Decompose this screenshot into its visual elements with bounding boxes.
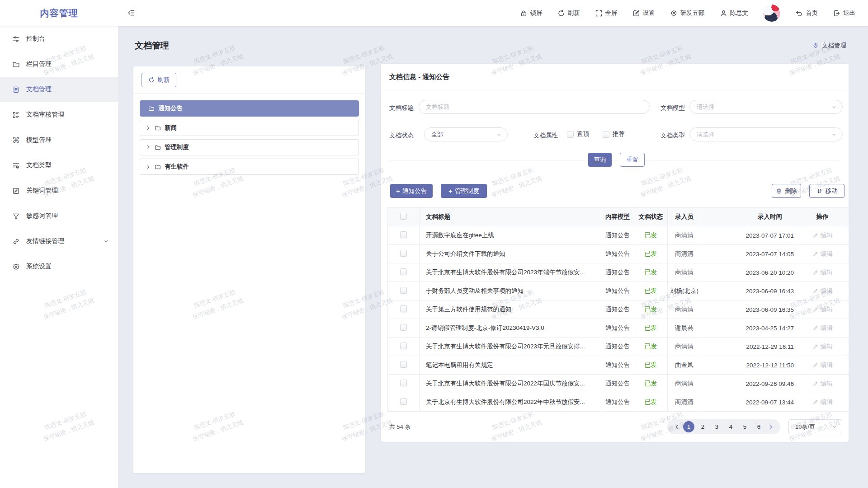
sidebar-item-friend-links[interactable]: 友情链接管理 bbox=[0, 229, 118, 254]
sidebar-item-console[interactable]: 控制台 bbox=[0, 26, 118, 52]
next-page-icon[interactable] bbox=[766, 424, 776, 430]
settings-button[interactable]: 设置 bbox=[632, 9, 655, 17]
row-checkbox[interactable] bbox=[400, 231, 407, 238]
tree-item-notice[interactable]: 通知公告 bbox=[140, 100, 359, 117]
edit-button[interactable]: 编辑 bbox=[812, 398, 833, 406]
doc-model-cell: 通知公告 bbox=[601, 300, 634, 319]
doc-model-label: 文档模型 bbox=[660, 104, 685, 112]
refresh-icon bbox=[557, 9, 565, 17]
edit-button[interactable]: 编辑 bbox=[812, 361, 833, 369]
refresh-button[interactable]: 刷新 bbox=[557, 9, 580, 17]
checkbox-icon[interactable] bbox=[567, 131, 574, 138]
folder-icon bbox=[12, 61, 20, 68]
current-user[interactable]: 陈思文 bbox=[720, 9, 749, 17]
page-button-5[interactable]: 5 bbox=[738, 421, 752, 432]
row-checkbox[interactable] bbox=[400, 324, 407, 331]
sidebar-item-doc-audit[interactable]: 文档审核管理 bbox=[0, 102, 118, 127]
chevron-right-icon[interactable] bbox=[146, 164, 151, 169]
page-button-1[interactable]: 1 bbox=[683, 421, 694, 432]
row-checkbox[interactable] bbox=[400, 380, 407, 386]
reset-button[interactable]: 重置 bbox=[620, 153, 645, 167]
doc-model-cell: 通知公告 bbox=[601, 319, 634, 338]
sidebar-item-models[interactable]: ⌘ 模型管理 bbox=[0, 127, 118, 153]
chevron-right-icon[interactable] bbox=[146, 125, 151, 131]
row-checkbox[interactable] bbox=[400, 305, 407, 312]
user-avatar[interactable] bbox=[763, 5, 780, 22]
status-badge: 已发 bbox=[634, 356, 668, 375]
add-notice-button[interactable]: + 通知公告 bbox=[390, 184, 433, 198]
doc-operator-cell: 刘杨(北京) bbox=[668, 282, 701, 300]
doc-model-select[interactable]: 请选择 bbox=[689, 100, 843, 114]
edit-button[interactable]: 编辑 bbox=[812, 305, 833, 314]
sidebar-item-keywords[interactable]: 关键词管理 bbox=[0, 178, 118, 203]
row-checkbox[interactable] bbox=[400, 343, 407, 349]
status-badge: 已发 bbox=[634, 226, 668, 245]
folder-icon bbox=[155, 164, 161, 170]
delete-button[interactable]: 删除 bbox=[772, 184, 801, 198]
edit-button[interactable]: 编辑 bbox=[812, 268, 833, 277]
row-checkbox[interactable] bbox=[400, 361, 407, 368]
doc-attr-label: 文档属性 bbox=[533, 131, 558, 140]
doc-time-cell: 2023-06-09 16:43 bbox=[701, 282, 796, 300]
sidebar-collapse-icon[interactable] bbox=[127, 9, 135, 17]
sidebar-item-documents[interactable]: 文档管理 bbox=[0, 77, 118, 102]
page-button-4[interactable]: 4 bbox=[724, 421, 738, 432]
doc-operator-cell: 商清清 bbox=[668, 245, 701, 263]
department-indicator[interactable]: 研发五部 bbox=[670, 9, 705, 17]
search-button[interactable]: 查询 bbox=[588, 153, 612, 167]
pager-pages: 123456 bbox=[682, 421, 766, 432]
row-checkbox[interactable] bbox=[400, 250, 407, 257]
doc-time-cell: 2022-12-29 16:11 bbox=[701, 338, 796, 356]
doc-title-cell: 关于北京有生博大软件股份有限公司2022年中秋节放假安... bbox=[420, 393, 601, 412]
checkbox-icon[interactable] bbox=[603, 131, 609, 138]
tree-item-rules[interactable]: 管理制度 bbox=[140, 139, 359, 155]
fullscreen-button[interactable]: 全屏 bbox=[595, 9, 618, 17]
attr-top-checkbox[interactable]: 置顶 bbox=[567, 130, 589, 138]
chevron-down-icon bbox=[831, 132, 837, 137]
breadcrumb-tag: 文档管理 bbox=[812, 42, 846, 50]
doc-model-cell: 通知公告 bbox=[601, 375, 634, 393]
page-size-select[interactable]: 10条/页 bbox=[788, 419, 842, 434]
chevron-down-icon bbox=[832, 424, 837, 430]
doc-status-select[interactable]: 全部 bbox=[424, 127, 508, 141]
edit-button[interactable]: 编辑 bbox=[812, 231, 833, 239]
sidebar-item-system-settings[interactable]: 系统设置 bbox=[0, 254, 118, 279]
chevron-right-icon[interactable] bbox=[146, 145, 151, 150]
select-all-checkbox[interactable] bbox=[400, 213, 407, 220]
prev-page-icon[interactable] bbox=[672, 424, 682, 430]
attr-recommend-checkbox[interactable]: 推荐 bbox=[603, 130, 625, 138]
status-badge: 已发 bbox=[634, 263, 668, 282]
sidebar-item-sensitive-words[interactable]: 敏感词管理 bbox=[0, 203, 118, 229]
tree-item-yousheng-software[interactable]: 有生软件 bbox=[140, 159, 359, 175]
edit-button[interactable]: 编辑 bbox=[812, 250, 833, 258]
doc-title-input[interactable] bbox=[419, 100, 650, 114]
move-button[interactable]: 移动 bbox=[809, 184, 844, 198]
doc-type-select[interactable]: 请选择 bbox=[689, 127, 843, 141]
doc-title-cell: 笔记本电脑租用有关规定 bbox=[420, 356, 601, 375]
table-row: 开源数字底座在gitee上线通知公告已发商清清2023-07-07 17:01编… bbox=[388, 226, 849, 245]
row-checkbox[interactable] bbox=[400, 287, 407, 294]
sidebar-item-doc-types[interactable]: 文档类型 bbox=[0, 153, 118, 178]
column-header-title: 文档标题 bbox=[420, 208, 601, 226]
lock-icon bbox=[520, 9, 528, 17]
page-button-6[interactable]: 6 bbox=[752, 421, 766, 432]
pager: 123456 bbox=[667, 419, 780, 434]
row-checkbox[interactable] bbox=[400, 398, 407, 405]
header-actions: 锁屏 刷新 全屏 设置 研发五部 陈思文 首页 退出 bbox=[520, 0, 856, 26]
edit-button[interactable]: 编辑 bbox=[812, 343, 833, 351]
add-rule-button[interactable]: + 管理制度 bbox=[441, 184, 487, 198]
home-button[interactable]: 首页 bbox=[795, 9, 818, 17]
sidebar-item-columns[interactable]: 栏目管理 bbox=[0, 52, 118, 77]
page-button-2[interactable]: 2 bbox=[696, 421, 710, 432]
doc-operator-cell: 商清清 bbox=[668, 263, 701, 282]
lock-screen-button[interactable]: 锁屏 bbox=[520, 9, 542, 17]
row-checkbox[interactable] bbox=[400, 268, 407, 275]
tree-item-news[interactable]: 新闻 bbox=[140, 120, 359, 136]
logout-button[interactable]: 退出 bbox=[833, 9, 855, 17]
edit-button[interactable]: 编辑 bbox=[812, 380, 833, 388]
edit-button[interactable]: 编辑 bbox=[812, 324, 833, 332]
folder-icon bbox=[155, 125, 161, 131]
tree-refresh-button[interactable]: 刷新 bbox=[142, 73, 176, 87]
edit-button[interactable]: 编辑 bbox=[812, 287, 833, 295]
page-button-3[interactable]: 3 bbox=[710, 421, 724, 432]
